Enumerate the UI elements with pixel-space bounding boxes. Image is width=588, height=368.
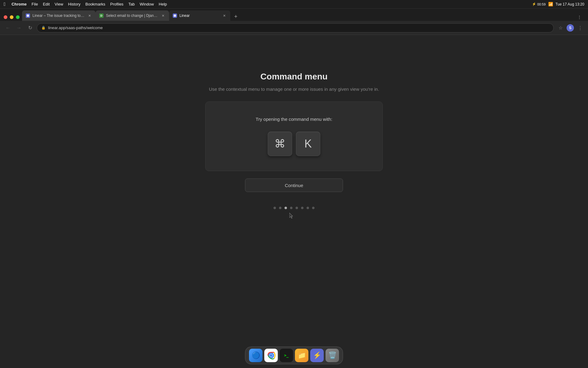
dot-8[interactable] <box>312 207 315 209</box>
tab3-title: Linear <box>179 13 219 18</box>
menubar-history[interactable]: History <box>68 2 80 6</box>
command-menu-card: Try opening the command menu with: ⌘ K <box>205 102 383 171</box>
files-icon: 📁 <box>298 351 306 359</box>
page-subtitle: Use the contextual menu to manage one or… <box>209 86 379 92</box>
dot-6[interactable] <box>301 207 303 209</box>
browser-content: Command menu Use the contextual menu to … <box>0 35 588 368</box>
mouse-cursor <box>289 213 293 219</box>
extensions-button[interactable]: ⋮ <box>576 13 583 21</box>
menubar:  Chrome File Edit View History Bookmark… <box>0 0 588 9</box>
menubar-help[interactable]: Help <box>159 2 167 6</box>
menubar-right: ⚡ 00:59 📶 Tue 17 Aug 13:20 <box>532 2 584 6</box>
dot-2[interactable] <box>279 207 281 209</box>
address-bar: ← → ↻ 🔒 linear.app/saas-paths/welcome ☆ … <box>0 21 588 35</box>
linear-icon: ⚡ <box>313 351 321 359</box>
finder-icon: 🔵 <box>252 351 260 359</box>
tab2-close-button[interactable]: ✕ <box>160 13 165 18</box>
dock-files[interactable]: 📁 <box>295 349 308 362</box>
address-actions: ☆ S ⋮ <box>556 24 584 32</box>
tab2-favicon: D <box>99 13 104 18</box>
tab1-close-button[interactable]: ✕ <box>87 13 92 18</box>
tab3-close-button[interactable]: ✕ <box>222 13 227 18</box>
window-maximize-button[interactable] <box>16 15 20 19</box>
dock-linear[interactable]: ⚡ <box>310 349 324 362</box>
dock-terminal[interactable]: >_ <box>280 349 293 362</box>
continue-button[interactable]: Continue <box>245 178 343 192</box>
address-input[interactable]: 🔒 linear.app/saas-paths/welcome <box>37 23 554 33</box>
back-button[interactable]: ← <box>4 24 12 32</box>
more-button[interactable]: ⋮ <box>576 24 584 32</box>
dock-chrome[interactable] <box>264 349 278 362</box>
key-combo: ⌘ K <box>268 132 320 156</box>
dot-7[interactable] <box>307 207 309 209</box>
menubar-bookmarks[interactable]: Bookmarks <box>85 2 105 6</box>
menubar-edit[interactable]: Edit <box>43 2 50 6</box>
battery-icon: ⚡ 00:59 <box>532 2 546 6</box>
tab-list: Linear – The issue tracking too… ✕ D Sel… <box>22 10 576 21</box>
pagination-dots <box>273 207 315 209</box>
dock-trash[interactable]: 🗑️ <box>326 349 339 362</box>
window-minimize-button[interactable] <box>10 15 13 19</box>
wifi-icon: 📶 <box>548 2 553 6</box>
tab-1[interactable]: Linear – The issue tracking too… ✕ <box>22 10 96 21</box>
center-content: Command menu Use the contextual menu to … <box>205 72 383 209</box>
tab1-favicon <box>26 13 30 18</box>
reload-button[interactable]: ↻ <box>26 24 34 32</box>
menubar-window[interactable]: Window <box>140 2 154 6</box>
page-title: Command menu <box>260 72 327 82</box>
svg-point-5 <box>270 354 273 357</box>
forward-button[interactable]: → <box>15 24 23 32</box>
dot-3[interactable] <box>285 207 287 209</box>
svg-point-0 <box>27 14 29 17</box>
dot-5[interactable] <box>296 207 298 209</box>
menubar-view[interactable]: View <box>55 2 63 6</box>
dot-1[interactable] <box>273 207 276 209</box>
k-key: K <box>296 132 320 156</box>
new-tab-button[interactable]: + <box>232 12 240 21</box>
menubar-profiles[interactable]: Profiles <box>110 2 123 6</box>
battery-time: 00:59 <box>537 2 546 6</box>
chrome-icon <box>266 351 276 360</box>
browser-frame: Linear – The issue tracking too… ✕ D Sel… <box>0 9 588 368</box>
card-instruction: Try opening the command menu with: <box>256 117 332 122</box>
trash-icon: 🗑️ <box>328 351 337 359</box>
cmd-key: ⌘ <box>268 132 292 156</box>
url-display: linear.app/saas-paths/welcome <box>48 25 549 30</box>
svg-point-1 <box>174 14 176 17</box>
tab-2[interactable]: D Select email to change | Djang… ✕ <box>96 10 169 21</box>
bookmark-button[interactable]: ☆ <box>556 24 565 32</box>
terminal-icon: >_ <box>284 353 288 358</box>
tab-3[interactable]: Linear ✕ <box>169 10 230 21</box>
lock-icon: 🔒 <box>41 26 46 30</box>
window-close-button[interactable] <box>4 15 7 19</box>
dock: 🔵 >_ 📁 ⚡ <box>245 347 343 364</box>
menubar-file[interactable]: File <box>32 2 38 6</box>
tab3-favicon <box>173 13 177 18</box>
tab-bar: Linear – The issue tracking too… ✕ D Sel… <box>0 9 588 21</box>
menubar-tab[interactable]: Tab <box>128 2 135 6</box>
menubar-clock: Tue 17 Aug 13:20 <box>556 2 584 6</box>
dock-finder[interactable]: 🔵 <box>249 349 262 362</box>
tab-extensions: ⋮ <box>576 13 586 21</box>
menubar-chrome[interactable]: Chrome <box>12 2 27 6</box>
tab1-title: Linear – The issue tracking too… <box>32 13 85 18</box>
dot-4[interactable] <box>290 207 292 209</box>
tab2-title: Select email to change | Djang… <box>106 13 158 18</box>
apple-icon[interactable]:  <box>4 2 6 7</box>
profile-avatar[interactable]: S <box>567 24 574 32</box>
